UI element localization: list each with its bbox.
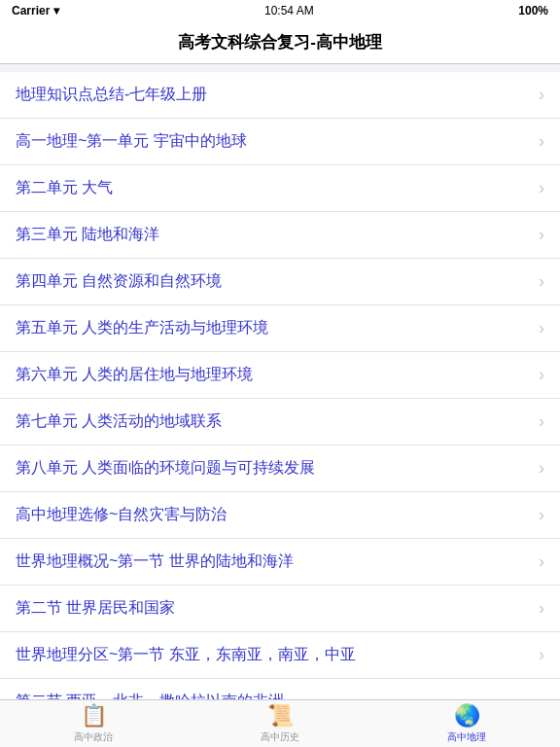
list-item-text: 第八单元 人类面临的环境问题与可持续发展 <box>16 458 315 479</box>
chevron-icon: › <box>539 131 544 152</box>
list-item-text: 第三单元 陆地和海洋 <box>16 225 159 245</box>
chevron-icon: › <box>539 645 544 665</box>
geography-tab-label: 高中地理 <box>447 730 486 744</box>
nav-title: 高考文科综合复习-高中地理 <box>178 31 382 53</box>
list-item[interactable]: 世界地理分区~第一节 东亚，东南亚，南亚，中亚 › <box>0 632 560 679</box>
geography-tab-icon: 🌏 <box>454 703 480 729</box>
history-tab-icon: 📜 <box>267 703 294 729</box>
chevron-icon: › <box>539 178 544 198</box>
list-item[interactable]: 第五单元 人类的生产活动与地理环境 › <box>0 305 560 352</box>
chevron-icon: › <box>539 551 544 572</box>
chevron-icon: › <box>539 458 544 479</box>
list-item-text: 第二节 世界居民和国家 <box>16 598 175 619</box>
list-item-text: 第二节 西亚、北非、撒哈拉以南的非洲 <box>16 692 284 699</box>
list-item-text: 第七单元 人类活动的地域联系 <box>16 411 222 432</box>
list-item[interactable]: 第三单元 陆地和海洋 › <box>0 212 560 259</box>
list-item-text: 第五单元 人类的生产活动与地理环境 <box>16 318 268 338</box>
nav-bar: 高考文科综合复习-高中地理 <box>0 21 560 64</box>
list-item-text: 第二单元 大气 <box>16 178 113 198</box>
carrier-text: Carrier <box>12 4 50 18</box>
list-item[interactable]: 第八单元 人类面临的环境问题与可持续发展 › <box>0 445 560 492</box>
chevron-icon: › <box>539 318 544 338</box>
list-item[interactable]: 第二节 世界居民和国家 › <box>0 586 560 632</box>
list-item-text: 世界地理概况~第一节 世界的陆地和海洋 <box>16 551 294 572</box>
list-item[interactable]: 高一地理~第一单元 宇宙中的地球 › <box>0 119 560 165</box>
chevron-icon: › <box>539 365 544 385</box>
list-item[interactable]: 第六单元 人类的居住地与地理环境 › <box>0 352 560 399</box>
list-item-text: 高一地理~第一单元 宇宙中的地球 <box>16 131 247 152</box>
chevron-icon: › <box>539 271 544 292</box>
status-time: 10:54 AM <box>264 4 314 18</box>
tab-bar: 📋 高中政治 📜 高中历史 🌏 高中地理 <box>0 699 560 747</box>
list-item[interactable]: 世界地理概况~第一节 世界的陆地和海洋 › <box>0 539 560 586</box>
list-item-text: 世界地理分区~第一节 东亚，东南亚，南亚，中亚 <box>16 645 356 665</box>
chevron-icon: › <box>539 411 544 432</box>
list-item[interactable]: 第七单元 人类活动的地域联系 › <box>0 399 560 445</box>
chevron-icon: › <box>539 505 544 525</box>
history-tab-label: 高中历史 <box>261 730 299 744</box>
list-item[interactable]: 地理知识点总结-七年级上册 › <box>0 72 560 119</box>
list-item-text: 高中地理选修~自然灾害与防治 <box>16 505 227 525</box>
tab-history[interactable]: 📜 高中历史 <box>187 703 373 744</box>
status-left: Carrier ▾ <box>12 4 59 18</box>
list-container: 地理知识点总结-七年级上册 › 高一地理~第一单元 宇宙中的地球 › 第二单元 … <box>0 72 560 699</box>
list-item-text: 第六单元 人类的居住地与地理环境 <box>16 365 253 385</box>
chevron-icon: › <box>539 225 544 245</box>
list-item[interactable]: 第四单元 自然资源和自然环境 › <box>0 259 560 305</box>
politics-tab-label: 高中政治 <box>74 730 113 744</box>
tab-politics[interactable]: 📋 高中政治 <box>0 703 187 744</box>
politics-tab-icon: 📋 <box>81 703 107 729</box>
chevron-icon: › <box>539 598 544 619</box>
list-item[interactable]: 第二节 西亚、北非、撒哈拉以南的非洲 › <box>0 679 560 699</box>
wifi-icon: ▾ <box>53 4 59 18</box>
battery-text: 100% <box>518 4 548 18</box>
list-item-text: 第四单元 自然资源和自然环境 <box>16 271 222 292</box>
status-right: 100% <box>518 4 548 18</box>
status-bar: Carrier ▾ 10:54 AM 100% <box>0 0 560 21</box>
tab-geography[interactable]: 🌏 高中地理 <box>373 703 560 744</box>
chevron-icon: › <box>539 85 544 105</box>
list-item[interactable]: 第二单元 大气 › <box>0 165 560 212</box>
list-item-text: 地理知识点总结-七年级上册 <box>16 85 207 105</box>
list-item[interactable]: 高中地理选修~自然灾害与防治 › <box>0 492 560 539</box>
chevron-icon: › <box>539 692 544 699</box>
